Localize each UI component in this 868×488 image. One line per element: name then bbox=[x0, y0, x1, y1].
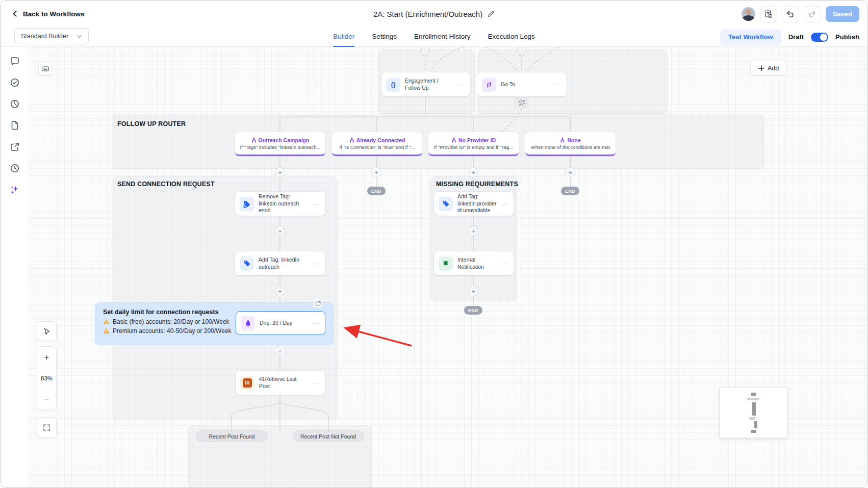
add-step-button[interactable]: + bbox=[275, 226, 285, 236]
node-remove-tag[interactable]: Remove Tag: linkedin outreach enrol ··· bbox=[235, 192, 325, 216]
branch-none[interactable]: None When none of the conditions are met bbox=[525, 132, 616, 156]
edit-pencil-icon[interactable] bbox=[487, 10, 495, 18]
publish-label: Publish bbox=[835, 33, 859, 41]
comment-badge[interactable] bbox=[313, 299, 323, 308]
node-add-tag-provider-unavailable[interactable]: Add Tag: linkedin provider id unavailabl… bbox=[434, 192, 514, 216]
minimap-shape bbox=[751, 393, 756, 396]
top-bar: Back to Workflows 2A: Start (Enrichment/… bbox=[1, 1, 867, 27]
fullscreen-button[interactable] bbox=[37, 417, 57, 438]
avatar-shoulders bbox=[743, 15, 754, 21]
node-title: Engagement / Follow Up bbox=[405, 78, 453, 91]
fullscreen-icon bbox=[43, 424, 50, 431]
branch-pill-recent-post-found[interactable]: Recent Post Found bbox=[196, 430, 268, 442]
minimap-shape bbox=[751, 430, 756, 433]
node-internal-notification[interactable]: Internal Notification ··· bbox=[434, 251, 514, 275]
workflow-notes-button[interactable] bbox=[760, 6, 777, 22]
minimap-shape bbox=[752, 402, 756, 416]
add-step-button[interactable]: + bbox=[468, 286, 478, 296]
history-clock-icon[interactable] bbox=[10, 163, 20, 173]
builder-mode-select[interactable]: Standard Builder bbox=[14, 28, 89, 44]
more-menu-icon[interactable]: ··· bbox=[313, 320, 320, 326]
branch-title: No Provider ID bbox=[451, 137, 496, 143]
add-step-button[interactable]: + bbox=[371, 167, 381, 177]
keyboard-shortcuts-button[interactable] bbox=[38, 62, 52, 75]
branch-title: Already Connected bbox=[349, 137, 405, 143]
branch-icon bbox=[251, 137, 257, 143]
end-badge: END bbox=[464, 306, 482, 315]
section-title-missing-requirements: MISSING REQUIREMENTS bbox=[436, 181, 518, 188]
zoom-level: 83% bbox=[37, 368, 56, 389]
document-icon[interactable] bbox=[10, 120, 20, 131]
section-title-follow-up-router: FOLLOW UP ROUTER bbox=[117, 120, 186, 127]
branch-condition: If "Is Connection" is "true" and if "... bbox=[340, 144, 415, 150]
undo-icon bbox=[786, 10, 795, 18]
add-step-button[interactable]: + bbox=[468, 226, 478, 236]
tab-settings[interactable]: Settings bbox=[372, 27, 397, 47]
node-engagement-follow-up[interactable]: {} Engagement / Follow Up ··· bbox=[381, 72, 470, 96]
comment-bubble-icon bbox=[315, 301, 321, 306]
back-label: Back to Workflows bbox=[23, 10, 85, 18]
add-step-button[interactable]: + bbox=[275, 346, 285, 356]
nav-right-controls: Test Workflow Draft Publish bbox=[720, 27, 859, 47]
warning-icon bbox=[103, 319, 110, 325]
zoom-out-button[interactable]: − bbox=[37, 389, 56, 409]
main-area: Add {} Engagement / Follow Up ··· Go To … bbox=[1, 47, 867, 488]
tab-builder[interactable]: Builder bbox=[333, 27, 354, 47]
branch-pill-recent-post-not-found[interactable]: Recent Post Not Found bbox=[293, 430, 364, 442]
pie-chart-icon[interactable] bbox=[10, 99, 20, 109]
branch-already-connected[interactable]: Already Connected If "Is Connection" is … bbox=[332, 132, 422, 156]
user-avatar[interactable] bbox=[742, 7, 755, 21]
node-go-to[interactable]: Go To ··· bbox=[477, 72, 567, 96]
callout-line: Basic (free) accounts: 20/Day or 100/Wee… bbox=[103, 318, 229, 325]
node-drip[interactable]: Drip: 20 / Day ··· bbox=[236, 311, 325, 335]
left-icon-rail bbox=[1, 47, 29, 488]
branch-condition: When none of the conditions are met bbox=[531, 144, 610, 150]
plus-icon bbox=[758, 65, 764, 71]
branch-icon bbox=[451, 137, 456, 143]
more-menu-icon[interactable]: ··· bbox=[554, 82, 561, 88]
callout-title: Set daily limit for connection requests bbox=[103, 309, 218, 316]
back-to-workflows-button[interactable]: Back to Workflows bbox=[12, 1, 85, 27]
publish-toggle[interactable] bbox=[811, 33, 828, 42]
external-link-icon[interactable] bbox=[10, 142, 20, 152]
node-add-tag[interactable]: Add Tag: linkedin outreach ··· bbox=[235, 251, 325, 275]
select-cursor-button[interactable] bbox=[37, 321, 57, 341]
section-title-send-connection: SEND CONNECTION REQUEST bbox=[117, 181, 215, 188]
more-menu-icon[interactable]: ··· bbox=[313, 380, 320, 386]
add-step-button[interactable]: + bbox=[565, 167, 575, 177]
undo-button[interactable] bbox=[782, 6, 799, 22]
minimap-shape bbox=[749, 417, 755, 420]
node-retrieve-last-post[interactable]: in #1Retrieve Last Post ··· bbox=[236, 371, 325, 395]
cursor-icon bbox=[43, 327, 51, 336]
keyboard-icon bbox=[41, 65, 49, 73]
redo-icon bbox=[808, 10, 816, 18]
more-menu-icon[interactable]: ··· bbox=[501, 261, 508, 267]
saved-button[interactable]: Saved bbox=[826, 6, 859, 22]
document-check-icon bbox=[764, 10, 773, 18]
add-node-button[interactable]: Add bbox=[750, 61, 787, 75]
drip-icon bbox=[241, 316, 255, 330]
tab-bar: Builder Settings Enrollment History Exec… bbox=[333, 27, 534, 47]
redo-button[interactable] bbox=[804, 6, 821, 22]
zoom-controls: + 83% − bbox=[37, 346, 57, 410]
more-menu-icon[interactable]: ··· bbox=[501, 201, 508, 207]
workflow-title-wrap: 2A: Start (Enrichment/Outreach) bbox=[373, 1, 495, 27]
add-step-button[interactable]: + bbox=[468, 167, 478, 177]
branch-outreach-campaign[interactable]: Outreach Campaign If "Tags" includes "li… bbox=[235, 132, 325, 156]
add-step-button[interactable]: + bbox=[275, 167, 285, 177]
more-menu-icon[interactable]: ··· bbox=[457, 82, 465, 88]
zoom-in-button[interactable]: + bbox=[37, 347, 56, 368]
workflow-canvas[interactable]: Add {} Engagement / Follow Up ··· Go To … bbox=[29, 47, 867, 488]
branch-no-provider-id[interactable]: No Provider ID If "Provider ID" is empty… bbox=[428, 132, 519, 156]
minimap[interactable] bbox=[719, 387, 788, 438]
more-menu-icon[interactable]: ··· bbox=[313, 201, 320, 207]
comments-icon[interactable] bbox=[10, 56, 20, 66]
add-step-button[interactable]: + bbox=[275, 286, 285, 296]
test-workflow-button[interactable]: Test Workflow bbox=[720, 29, 781, 45]
more-menu-icon[interactable]: ··· bbox=[313, 261, 320, 267]
tab-enrollment-history[interactable]: Enrollment History bbox=[414, 27, 470, 47]
ai-sparkles-icon[interactable] bbox=[10, 185, 20, 195]
tab-execution-logs[interactable]: Execution Logs bbox=[488, 27, 534, 47]
check-circle-icon[interactable] bbox=[10, 78, 20, 88]
branch-icon bbox=[560, 137, 565, 143]
